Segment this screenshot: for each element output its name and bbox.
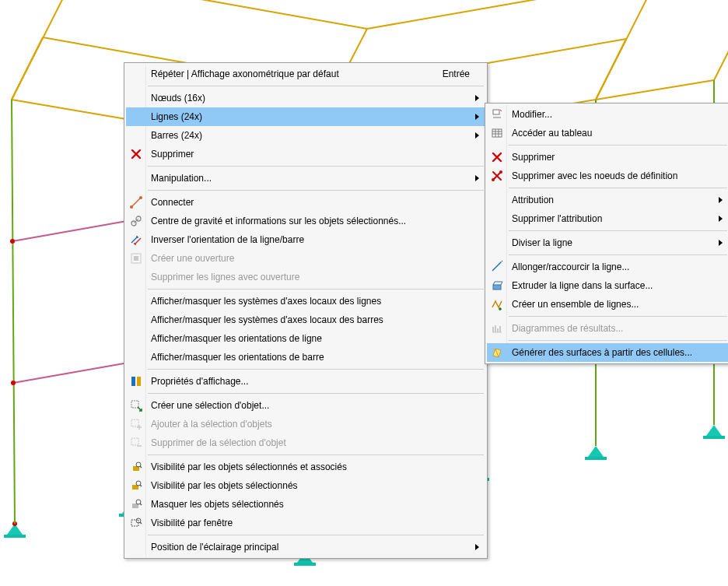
menu-center-of-gravity[interactable]: Centre de gravité et informations sur le… (126, 212, 485, 230)
context-submenu-lines: Modifier... Accéder au tableau Supprimer… (485, 103, 728, 364)
menu-item-label: Supprimer avec les noeuds de définition (507, 170, 728, 181)
menu-toggle-line-axes[interactable]: Afficher/masquer les systèmes d'axes loc… (126, 292, 485, 311)
submenu-delete-with-nodes[interactable]: Supprimer avec les noeuds de définition (487, 167, 728, 185)
menu-create-opening: Créer une ouverture (126, 249, 485, 268)
menu-item-label: Lignes (24x) (146, 111, 485, 122)
menu-item-label: Diviser la ligne (507, 237, 728, 248)
menu-item-label: Position de l'éclairage principal (146, 542, 485, 553)
menu-item-label: Visibilité par les objets sélectionnés (146, 480, 485, 491)
menu-item-label: Afficher/masquer les orientations de lig… (146, 333, 485, 344)
svg-rect-55 (493, 285, 501, 289)
menu-lighting-position[interactable]: Position de l'éclairage principal (126, 538, 485, 556)
menu-item-label: Modifier... (507, 109, 728, 120)
menu-item-label: Manipulation... (146, 173, 485, 184)
menu-item-label: Supprimer (146, 149, 485, 160)
submenu-arrow-icon (475, 544, 479, 550)
svg-line-38 (140, 485, 142, 486)
menu-item-label: Inverser l'orientation de la ligne/barre (146, 234, 485, 245)
nodes (10, 219, 131, 385)
svg-rect-27 (134, 256, 138, 261)
menu-item-label: Allonger/raccourcir la ligne... (507, 261, 728, 272)
display-properties-icon (126, 372, 146, 391)
menu-reverse-orientation[interactable]: Inverser l'orientation de la ligne/barre (126, 230, 485, 249)
menu-connect[interactable]: Connecter (126, 193, 485, 212)
context-menu: Répéter | Affichage axonométrique par dé… (124, 62, 488, 559)
selection-new-icon (126, 396, 146, 415)
menu-item-label: Supprimer (507, 152, 728, 163)
menu-item-label: Masquer les objets sélectionnés (146, 499, 485, 510)
submenu-attribution[interactable]: Attribution (487, 191, 728, 209)
menu-create-object-selection[interactable]: Créer une sélection d'objet... (126, 396, 485, 415)
menu-members[interactable]: Barres (24x) (126, 126, 485, 145)
submenu-arrow-icon (719, 216, 723, 222)
menu-item-label: Connecter (146, 197, 485, 208)
menu-item-label: Visibilité par les objets sélectionnés e… (146, 461, 485, 472)
svg-point-22 (139, 196, 142, 199)
menu-delete[interactable]: Supprimer (126, 145, 485, 163)
extend-line-icon (487, 258, 507, 276)
menu-manipulation[interactable]: Manipulation... (126, 169, 485, 188)
svg-point-18 (11, 381, 16, 385)
submenu-goto-table[interactable]: Accéder au tableau (487, 124, 728, 142)
submenu-generate-surfaces[interactable]: Générer des surfaces à partir des cellul… (487, 343, 728, 362)
svg-line-13 (13, 363, 128, 383)
menu-item-label: Centre de gravité et informations sur le… (146, 216, 485, 226)
submenu-split-line[interactable]: Diviser la ligne (487, 233, 728, 252)
menu-item-label: Afficher/masquer les orientations de bar… (146, 352, 485, 363)
svg-line-20 (131, 198, 141, 207)
submenu-delete[interactable]: Supprimer (487, 148, 728, 167)
menu-toggle-line-orient[interactable]: Afficher/masquer les orientations de lig… (126, 329, 485, 348)
menu-item-label: Extruder la ligne dans la surface... (507, 280, 728, 291)
svg-line-12 (12, 221, 127, 241)
menu-display-properties[interactable]: Propriétés d'affichage... (126, 372, 485, 391)
menu-remove-from-selection: Supprimer de la sélection d'objet (126, 433, 485, 452)
svg-rect-30 (131, 401, 138, 408)
menu-visibility-window[interactable]: Visibilité par fenêtre (126, 514, 485, 532)
svg-line-41 (140, 504, 142, 505)
menu-item-label: Barres (24x) (146, 130, 485, 141)
svg-rect-0 (4, 535, 26, 538)
svg-rect-46 (492, 129, 502, 137)
svg-rect-31 (131, 419, 138, 426)
menu-item-label: Créer un ensemble de lignes... (507, 299, 728, 310)
submenu-extend-line[interactable]: Allonger/raccourcir la ligne... (487, 258, 728, 276)
delete-with-nodes-icon (487, 167, 507, 185)
svg-line-35 (140, 466, 142, 468)
diagram-icon (487, 319, 507, 338)
submenu-extrude-line[interactable]: Extruder la ligne dans la surface... (487, 276, 728, 295)
menu-hide-selected[interactable]: Masquer les objets sélectionnés (126, 495, 485, 514)
table-icon (487, 124, 507, 142)
menu-item-label: Répéter | Affichage axonométrique par dé… (146, 68, 443, 79)
submenu-edit[interactable]: Modifier... (487, 105, 728, 124)
menu-visibility-assoc[interactable]: Visibilité par les objets sélectionnés e… (126, 458, 485, 476)
submenu-delete-attribution[interactable]: Supprimer l'attribution (487, 209, 728, 228)
svg-line-57 (501, 282, 502, 285)
extrude-icon (487, 276, 507, 295)
menu-toggle-member-axes[interactable]: Afficher/masquer les systèmes d'axes loc… (126, 311, 485, 329)
submenu-arrow-icon (475, 114, 479, 120)
menu-item-label: Diagrammes de résultats... (507, 323, 728, 334)
menu-item-label: Supprimer les lignes avec ouverture (146, 272, 485, 282)
selection-add-icon (126, 415, 146, 433)
svg-rect-4 (294, 563, 316, 566)
menu-delete-opening-lines: Supprimer les lignes avec ouverture (126, 268, 485, 286)
menu-nodes[interactable]: Nœuds (16x) (126, 89, 485, 107)
menu-visibility-selected[interactable]: Visibilité par les objets sélectionnés (126, 476, 485, 495)
line-set-icon (487, 295, 507, 314)
menu-item-label: Ajouter à la sélection d'objets (146, 419, 485, 430)
menu-item-label: Créer une ouverture (146, 253, 485, 264)
menu-repeat[interactable]: Répéter | Affichage axonométrique par dé… (126, 65, 485, 83)
submenu-create-line-set[interactable]: Créer un ensemble de lignes... (487, 295, 728, 314)
menu-item-label: Afficher/masquer les systèmes d'axes loc… (146, 314, 485, 325)
visibility-selected-icon (126, 476, 146, 495)
menu-item-label: Supprimer de la sélection d'objet (146, 437, 485, 448)
svg-rect-6 (585, 457, 607, 460)
center-of-gravity-icon (126, 212, 146, 230)
delete-icon (126, 145, 146, 163)
svg-rect-29 (137, 377, 141, 386)
menu-toggle-member-orient[interactable]: Afficher/masquer les orientations de bar… (126, 348, 485, 367)
svg-point-51 (492, 178, 495, 181)
menu-shortcut: Entrée (443, 68, 485, 79)
selection-remove-icon (126, 433, 146, 452)
menu-lines[interactable]: Lignes (24x) (126, 107, 485, 126)
